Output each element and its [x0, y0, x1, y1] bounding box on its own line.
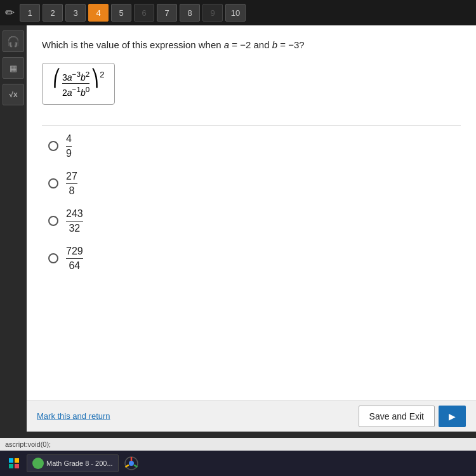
question-btn-2[interactable]: 2	[43, 4, 63, 22]
headphones-icon[interactable]: 🎧	[3, 30, 24, 52]
svg-rect-2	[9, 464, 13, 468]
question-text: Which is the value of this expression wh…	[42, 38, 461, 53]
question-btn-4[interactable]: 4	[88, 4, 109, 22]
question-btn-5[interactable]: 5	[111, 4, 131, 22]
answer-option-d[interactable]: 729 64	[48, 246, 461, 272]
pencil-icon[interactable]: ✏	[5, 6, 15, 20]
question-btn-8[interactable]: 8	[180, 4, 200, 22]
left-sidebar: 🎧 ▦ √x	[0, 25, 27, 381]
mark-return-link[interactable]: Mark this and return	[37, 411, 110, 421]
question-btn-3[interactable]: 3	[65, 4, 86, 22]
taskbar-chrome-btn[interactable]	[122, 454, 140, 472]
answer-label-a: 4 9	[65, 133, 73, 159]
svg-rect-0	[9, 458, 13, 463]
calculator-icon[interactable]: ▦	[3, 57, 24, 79]
radio-a[interactable]	[48, 141, 58, 151]
main-content: Which is the value of this expression wh…	[27, 25, 476, 400]
answer-option-c[interactable]: 243 32	[48, 208, 461, 234]
answer-label-c: 243 32	[65, 208, 84, 234]
next-button[interactable]: ▶	[439, 406, 466, 427]
answer-label-d: 729 64	[65, 246, 84, 272]
status-text: ascript:void(0);	[5, 440, 51, 448]
radio-b[interactable]	[48, 178, 58, 188]
question-btn-6[interactable]: 6	[134, 4, 154, 22]
bottom-bar: Mark this and return Save and Exit ▶	[27, 400, 476, 432]
svg-rect-1	[15, 458, 19, 463]
taskbar-app-icon	[32, 458, 44, 469]
answer-option-a[interactable]: 4 9	[48, 133, 461, 159]
expression-box: ⎛ 3a−3b2 2a−1b0 ⎞ 2	[42, 63, 115, 105]
answer-label-b: 27 8	[65, 171, 79, 197]
save-exit-button[interactable]: Save and Exit	[359, 406, 435, 427]
answer-choices: 4 9 27 8 243 32	[48, 133, 461, 272]
bottom-buttons: Save and Exit ▶	[359, 406, 466, 427]
answer-option-b[interactable]: 27 8	[48, 171, 461, 197]
radio-d[interactable]	[48, 253, 58, 263]
question-btn-9[interactable]: 9	[202, 4, 223, 22]
question-btn-7[interactable]: 7	[157, 4, 177, 22]
taskbar-app-label: Math Grade 8 - 200...	[46, 459, 113, 467]
taskbar-app-btn[interactable]: Math Grade 8 - 200...	[27, 454, 119, 472]
svg-rect-3	[15, 464, 19, 468]
status-bar: ascript:void(0);	[0, 438, 476, 451]
radio-c[interactable]	[48, 216, 58, 226]
start-button[interactable]	[5, 454, 23, 472]
svg-point-5	[129, 461, 134, 466]
separator	[42, 125, 461, 126]
taskbar: Math Grade 8 - 200...	[0, 451, 476, 476]
question-btn-10[interactable]: 10	[225, 4, 246, 22]
formula-icon[interactable]: √x	[3, 84, 24, 105]
question-btn-1[interactable]: 1	[20, 4, 40, 22]
question-toolbar: ✏ 1 2 3 4 5 6 7 8 9 10	[0, 0, 476, 25]
